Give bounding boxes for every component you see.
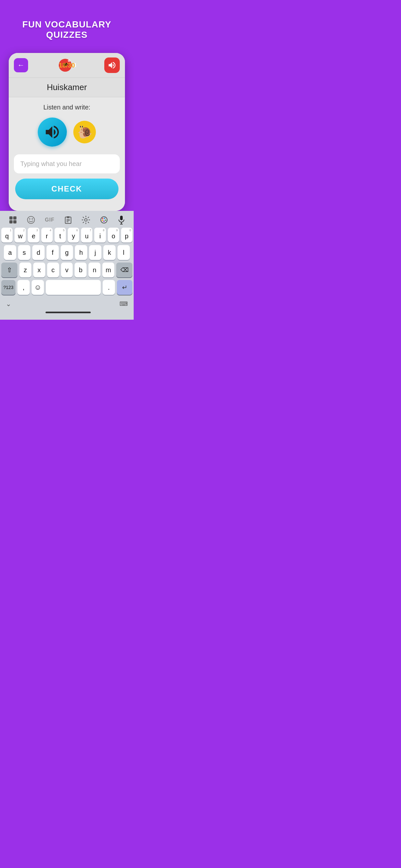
key-b[interactable]: b [74,262,87,277]
key-comma[interactable]: , [18,280,30,295]
period-label: . [108,284,110,291]
key-shift[interactable]: ⇧ [1,262,18,277]
audio-controls-row: 🐌 [14,118,120,147]
svg-point-17 [102,220,103,221]
check-button[interactable]: CHECK [15,179,119,199]
key-d[interactable]: d [32,245,44,260]
speaker-icon [43,123,61,141]
svg-point-15 [104,218,105,219]
svg-rect-1 [13,216,17,220]
svg-point-16 [105,220,106,221]
key-space[interactable] [46,280,101,295]
svg-rect-0 [9,216,12,220]
key-z[interactable]: z [19,262,31,277]
keyboard-grid-button[interactable] [9,216,17,224]
key-h[interactable]: h [75,245,87,260]
clipboard-icon [64,216,72,224]
progress-indicator: 18/30 [59,62,75,69]
key-q[interactable]: 1q [1,228,12,243]
svg-rect-3 [13,220,17,223]
key-t[interactable]: 5t [55,228,66,243]
svg-rect-8 [67,216,69,218]
shift-icon: ⇧ [7,266,12,274]
app-title: FUN VOCABULARY QUIZZES [0,20,134,40]
svg-point-14 [102,218,103,219]
keyboard: GIF [0,211,134,320]
home-bar-indicator [45,312,91,313]
svg-rect-19 [120,216,123,220]
quiz-card: ← ❤ 8 18/30 Huiskamer Listen and write: [9,53,125,211]
key-f[interactable]: f [47,245,59,260]
backspace-icon: ⌫ [120,267,128,274]
keyboard-mic-button[interactable] [118,215,125,224]
keyboard-row-3: ⇧ z x c v b n m ⌫ [1,262,132,277]
keyboard-row-4: ?123 , ☺ . ↵ [1,280,132,295]
key-o[interactable]: 9o [108,228,119,243]
key-l[interactable]: l [118,245,130,260]
gif-label: GIF [45,217,55,223]
keyboard-dismiss-button[interactable]: ⌄ [6,300,11,308]
key-y[interactable]: 6y [68,228,79,243]
key-w[interactable]: 2w [14,228,26,243]
instruction-text: Listen and write: [14,104,120,111]
slow-speed-button[interactable]: 🐌 [73,121,96,144]
key-m[interactable]: m [102,262,114,277]
back-button[interactable]: ← [14,58,28,72]
home-bar [1,309,134,318]
svg-rect-2 [9,220,12,223]
key-k[interactable]: k [103,245,116,260]
word-display: Huiskamer [9,78,125,97]
comma-label: , [23,284,25,291]
svg-point-13 [101,217,107,223]
key-period[interactable]: . [103,280,115,295]
key-e[interactable]: 3e [28,228,39,243]
play-audio-button[interactable] [38,118,67,147]
key-p[interactable]: 0p [121,228,132,243]
key-n[interactable]: n [89,262,100,277]
key-emoji[interactable]: ☺ [32,280,44,295]
key-a[interactable]: a [4,245,16,260]
sticker-icon [27,216,35,224]
keyboard-row-2: a s d f g h j k l [1,245,132,260]
snail-icon: 🐌 [77,125,92,139]
svg-point-18 [103,221,104,222]
key-r[interactable]: 4r [41,228,53,243]
key-g[interactable]: g [61,245,73,260]
keyboard-gif-button[interactable]: GIF [45,217,55,223]
keyboard-switch-icon[interactable]: ⌨ [120,300,128,307]
key-c[interactable]: c [47,262,59,277]
key-j[interactable]: j [89,245,101,260]
sound-button[interactable] [104,58,120,73]
gear-icon [82,216,90,224]
keyboard-bottom: ⌄ ⌨ [1,298,132,309]
keyboard-settings-button[interactable] [82,216,90,224]
keyboard-row-1: 1q 2w 3e 4r 5t 6y 7u 8i 9o 0p [1,228,132,243]
keyboard-palette-button[interactable] [100,216,108,224]
svg-point-6 [32,218,33,220]
key-u[interactable]: 7u [81,228,92,243]
keyboard-sticker-button[interactable] [27,216,35,224]
sound-icon [107,61,117,70]
vocabulary-word: Huiskamer [47,82,87,92]
exercise-area: Listen and write: 🐌 Typing what you hear… [9,97,125,211]
check-button-label: CHECK [51,184,82,193]
key-i[interactable]: 8i [94,228,105,243]
back-arrow-icon: ← [18,61,25,69]
key-s[interactable]: s [18,245,30,260]
key-enter[interactable]: ↵ [117,280,132,295]
keyboard-toolbar: GIF [1,213,132,228]
microphone-icon [118,215,125,224]
key-symbols[interactable]: ?123 [1,280,16,295]
key-v[interactable]: v [61,262,73,277]
keyboard-clipboard-button[interactable] [64,216,72,224]
svg-point-4 [27,216,35,223]
key-backspace[interactable]: ⌫ [116,262,132,277]
app-header: FUN VOCABULARY QUIZZES [0,0,134,40]
grid-icon [9,216,17,224]
input-placeholder-text: Typing what you hear [20,160,82,167]
answer-input-box[interactable]: Typing what you hear [14,154,120,174]
emoji-icon: ☺ [34,283,41,291]
palette-icon [100,216,108,224]
key-x[interactable]: x [33,262,45,277]
svg-point-5 [29,218,30,220]
